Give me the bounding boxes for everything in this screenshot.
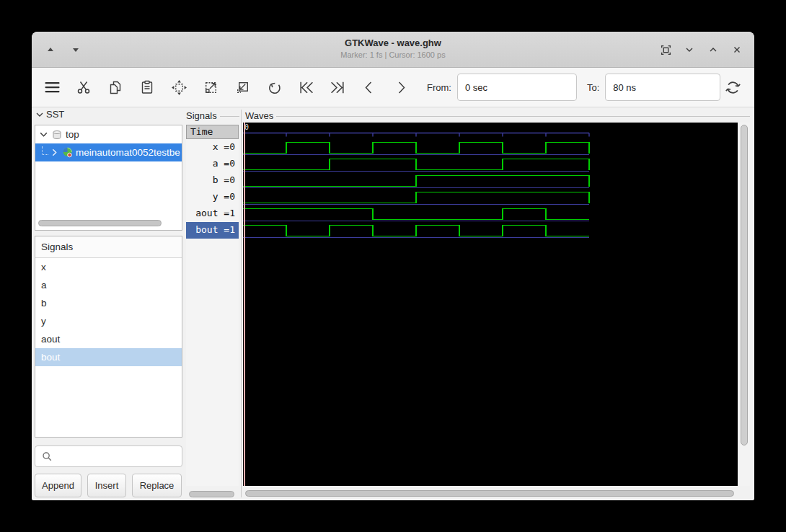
signal-list-header[interactable]: Signals: [35, 236, 182, 258]
tree-node-label: top: [66, 129, 79, 140]
list-item[interactable]: a: [35, 276, 182, 294]
main-content: SST top meinautoma: [32, 108, 754, 500]
time-column-header[interactable]: Time: [186, 125, 239, 139]
scrollbar-thumb[interactable]: [741, 125, 748, 445]
append-button[interactable]: Append: [35, 474, 81, 497]
cut-icon: [76, 79, 92, 95]
tree-horizontal-scrollbar[interactable]: [38, 220, 162, 226]
value-row[interactable]: aout =1: [186, 205, 239, 222]
tree-node-testbench[interactable]: meinautomat0052testbe: [35, 143, 182, 161]
tree-connector: [42, 146, 48, 155]
to-input[interactable]: [605, 74, 720, 101]
from-input[interactable]: [457, 74, 577, 101]
chevron-down-icon: [684, 44, 695, 56]
gtkwave-window: GTKWave - wave.ghw Marker: 1 fs | Cursor…: [32, 32, 754, 500]
entity-icon: [61, 146, 74, 159]
expander-closed-icon[interactable]: [50, 148, 59, 157]
to-label: To:: [587, 82, 599, 93]
next-edge-icon: [393, 79, 409, 96]
list-item[interactable]: x: [35, 258, 182, 276]
zoom-fit-icon: [171, 79, 187, 96]
go-to-start-icon: [298, 79, 314, 96]
expander-open-icon[interactable]: [39, 130, 48, 139]
copy-button[interactable]: [105, 77, 125, 97]
value-row-selected[interactable]: bout =1: [186, 222, 239, 239]
value-row[interactable]: x =0: [186, 139, 239, 156]
titlebar-down-button[interactable]: [67, 41, 84, 58]
list-item[interactable]: aout: [35, 330, 182, 348]
from-label: From:: [427, 82, 451, 93]
go-to-end-button[interactable]: [327, 77, 348, 97]
triangle-down-icon: [71, 45, 81, 55]
signal-search-box[interactable]: [35, 445, 182, 467]
zoom-in-icon: [203, 79, 219, 96]
go-to-start-button[interactable]: [296, 77, 316, 97]
zoom-fit-button[interactable]: [169, 77, 189, 97]
previous-edge-button[interactable]: [359, 77, 379, 97]
value-row[interactable]: b =0: [186, 172, 239, 189]
values-frame-label: Signals: [186, 110, 239, 121]
undo-button[interactable]: [264, 77, 284, 97]
maximize-button[interactable]: [705, 41, 722, 58]
menu-icon: [43, 79, 61, 95]
chevron-down-icon: [35, 110, 44, 119]
fullscreen-icon: [660, 44, 672, 56]
waves-vertical-scrollbar[interactable]: [739, 123, 750, 486]
paste-button[interactable]: [137, 77, 157, 97]
list-item-selected[interactable]: bout: [35, 348, 182, 366]
reload-button[interactable]: [723, 77, 743, 97]
waves-frame-label: Waves: [245, 110, 750, 121]
zoom-in-button[interactable]: [200, 77, 221, 97]
close-icon: [731, 44, 743, 56]
copy-icon: [107, 79, 123, 95]
next-edge-button[interactable]: [391, 77, 411, 97]
minimize-button[interactable]: [681, 41, 698, 58]
menu-button[interactable]: [42, 77, 62, 97]
sst-label: SST: [46, 109, 64, 120]
frame-line: [276, 116, 750, 117]
window-title: GTKWave - wave.ghw: [32, 37, 754, 48]
search-input[interactable]: [53, 446, 182, 466]
scrollbar-thumb[interactable]: [245, 490, 734, 497]
value-row[interactable]: y =0: [186, 189, 239, 205]
sst-tree: top meinautomat0052testbe: [35, 125, 182, 231]
previous-edge-icon: [361, 79, 377, 96]
signal-search-list: Signals x a b y aout bout: [35, 236, 182, 438]
tree-node-label: meinautomat0052testbe: [76, 147, 180, 158]
close-button[interactable]: [728, 41, 746, 58]
search-icon: [41, 451, 53, 462]
zoom-out-button[interactable]: [232, 77, 252, 97]
list-item[interactable]: b: [35, 294, 182, 312]
marker-cursor-status: Marker: 1 fs | Cursor: 1600 ps: [32, 50, 754, 59]
go-to-end-icon: [330, 79, 346, 96]
tree-node-top[interactable]: top: [35, 125, 182, 143]
triangle-up-icon: [45, 45, 56, 55]
reload-icon: [724, 79, 742, 97]
cut-button[interactable]: [74, 77, 94, 97]
titlebar-up-button[interactable]: [42, 41, 59, 58]
fullscreen-button[interactable]: [657, 41, 674, 58]
waves-frame-text: Waves: [245, 110, 273, 121]
waveform-canvas[interactable]: 0: [243, 123, 738, 486]
list-item[interactable]: y: [35, 312, 182, 330]
values-frame-text: Signals: [186, 110, 217, 121]
frame-line: [220, 116, 239, 117]
value-row[interactable]: a =0: [186, 156, 239, 172]
zoom-out-icon: [234, 79, 251, 96]
chevron-up-icon: [707, 44, 719, 56]
values-horizontal-scrollbar[interactable]: [189, 491, 234, 497]
time-marker-line[interactable]: [244, 123, 245, 486]
pane-splitter[interactable]: [241, 110, 242, 497]
insert-button[interactable]: Insert: [87, 474, 126, 497]
paste-icon: [139, 79, 155, 95]
waves-horizontal-scrollbar[interactable]: [243, 489, 750, 500]
sst-section-header[interactable]: SST: [35, 109, 64, 120]
archive-icon: [51, 129, 63, 141]
titlebar: GTKWave - wave.ghw Marker: 1 fs | Cursor…: [32, 32, 754, 68]
replace-button[interactable]: Replace: [132, 474, 182, 497]
undo-icon: [266, 79, 283, 96]
toolbar: From: To:: [32, 68, 754, 107]
